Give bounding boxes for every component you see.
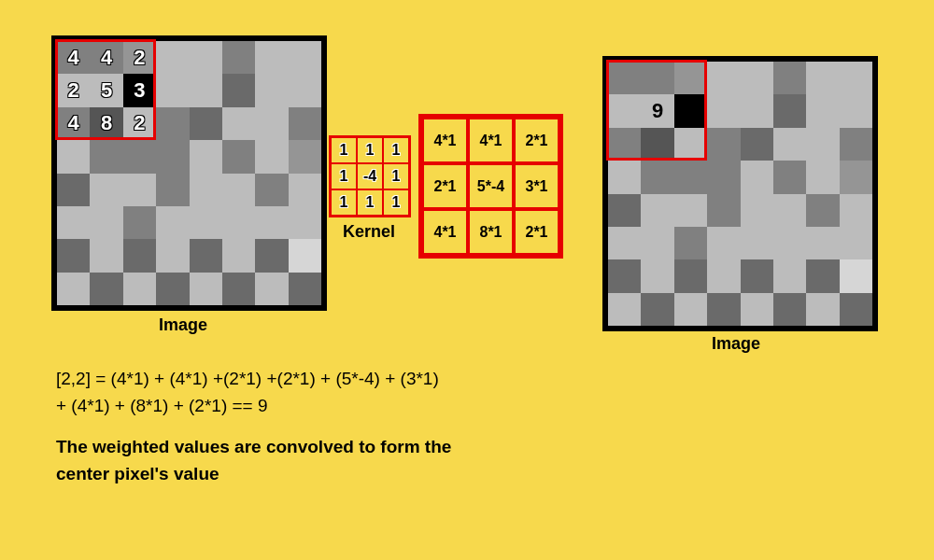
pixel-cell	[190, 41, 222, 74]
pixel-cell	[741, 259, 773, 292]
pixel-cell	[255, 273, 288, 305]
pixel-value: 5	[101, 78, 112, 103]
kernel-cell: -4	[357, 163, 383, 189]
pixel-cell	[806, 161, 839, 193]
pixel-cell	[840, 227, 872, 259]
explanation-text: The weighted values are convolved to for…	[56, 434, 504, 487]
result-value: 9	[652, 99, 663, 123]
pixel-cell	[840, 62, 872, 94]
pixel-cell	[773, 227, 806, 259]
pixel-cell	[608, 161, 641, 193]
calculation-cell: 4*1	[422, 118, 468, 163]
pixel-cell	[90, 239, 122, 272]
pixel-cell	[608, 194, 641, 227]
pixel-cell	[806, 259, 839, 292]
pixel-cell	[190, 206, 222, 239]
calculation-cell: 3*1	[514, 163, 559, 209]
pixel-cell	[674, 94, 707, 127]
output-image-grid: 9	[602, 56, 878, 331]
calculation-cell: 2*1	[514, 118, 559, 163]
pixel-cell	[840, 293, 872, 326]
pixel-cell	[156, 206, 189, 239]
kernel-cell: 1	[357, 189, 383, 216]
pixel-cell	[840, 94, 872, 127]
pixel-cell	[806, 293, 839, 326]
kernel-label: Kernel	[343, 222, 395, 242]
pixel-cell	[222, 239, 255, 272]
kernel-cell: 1	[331, 189, 357, 216]
pixel-cell	[608, 259, 641, 292]
calculation-cell: 5*-4	[468, 163, 514, 209]
pixel-cell	[641, 161, 673, 193]
pixel-cell	[707, 293, 740, 326]
pixel-cell	[222, 140, 255, 173]
pixel-cell	[156, 273, 189, 305]
pixel-cell	[190, 239, 222, 272]
pixel-cell	[57, 273, 90, 305]
equation-line-2: + (4*1) + (8*1) + (2*1) == 9	[56, 393, 542, 420]
pixel-cell	[156, 41, 189, 74]
pixel-cell	[806, 227, 839, 259]
pixel-cell	[608, 94, 641, 127]
pixel-value: 2	[68, 78, 79, 103]
pixel-cell: 8	[90, 107, 122, 140]
pixel-cell	[741, 227, 773, 259]
pixel-cell	[773, 194, 806, 227]
pixel-cell	[156, 107, 189, 140]
pixel-cell	[255, 140, 288, 173]
pixel-value: 4	[101, 46, 112, 70]
pixel-cell	[90, 206, 122, 239]
pixel-cell	[707, 227, 740, 259]
pixel-cell	[57, 174, 90, 206]
pixel-cell	[255, 41, 288, 74]
equation-line-1: [2,2] = (4*1) + (4*1) +(2*1) +(2*1) + (5…	[56, 366, 542, 393]
pixel-cell	[707, 62, 740, 94]
pixel-cell	[773, 94, 806, 127]
pixel-cell	[840, 161, 872, 193]
pixel-cell	[641, 293, 673, 326]
pixel-cell	[707, 259, 740, 292]
calculation-cell: 4*1	[468, 118, 514, 163]
pixel-cell	[289, 273, 321, 305]
pixel-cell	[707, 128, 740, 161]
equation-text: [2,2] = (4*1) + (4*1) +(2*1) +(2*1) + (5…	[56, 366, 542, 419]
pixel-cell	[57, 239, 90, 272]
pixel-cell	[741, 293, 773, 326]
calculation-cell: 2*1	[422, 163, 468, 209]
calculation-cell: 2*1	[514, 209, 559, 255]
pixel-cell	[840, 128, 872, 161]
pixel-value: 4	[68, 46, 79, 70]
pixel-cell	[190, 174, 222, 206]
pixel-cell	[255, 74, 288, 106]
calculation-cell: 4*1	[422, 209, 468, 255]
pixel-cell	[773, 259, 806, 292]
pixel-cell: 4	[57, 41, 90, 74]
pixel-cell	[90, 140, 122, 173]
pixel-cell	[806, 94, 839, 127]
pixel-cell	[773, 293, 806, 326]
pixel-cell	[741, 62, 773, 94]
pixel-cell	[190, 140, 222, 173]
pixel-cell: 9	[641, 94, 673, 127]
pixel-cell	[255, 107, 288, 140]
pixel-cell	[641, 227, 673, 259]
pixel-value: 3	[134, 78, 145, 103]
pixel-cell	[123, 239, 156, 272]
pixel-cell	[674, 62, 707, 94]
calculation-grid: 4*14*12*12*15*-43*14*18*12*1	[418, 114, 563, 259]
pixel-cell	[222, 174, 255, 206]
pixel-cell	[707, 194, 740, 227]
output-image-label: Image	[712, 334, 760, 354]
pixel-cell	[222, 273, 255, 305]
pixel-cell	[840, 194, 872, 227]
pixel-cell	[222, 74, 255, 106]
kernel-cell: 1	[357, 137, 383, 163]
pixel-value: 2	[134, 46, 145, 70]
pixel-cell	[608, 293, 641, 326]
pixel-cell	[156, 74, 189, 106]
pixel-cell	[840, 259, 872, 292]
pixel-cell	[190, 273, 222, 305]
pixel-cell	[156, 239, 189, 272]
pixel-cell	[90, 174, 122, 206]
pixel-cell: 2	[57, 74, 90, 106]
